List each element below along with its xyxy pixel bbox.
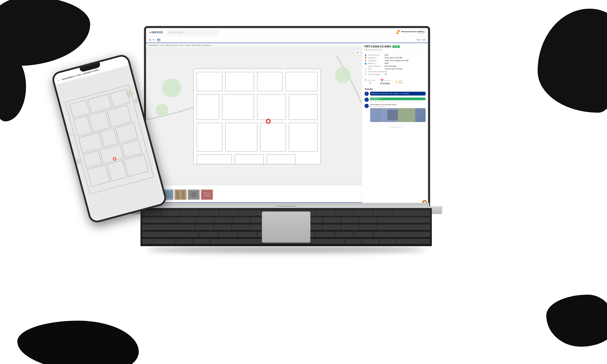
subnav-actions: Back Edit xyxy=(417,39,425,41)
key xyxy=(345,239,362,244)
laptop-trackpad[interactable] xyxy=(262,211,310,243)
date-completed-label: Date Completed xyxy=(368,65,384,67)
key xyxy=(214,218,232,222)
svg-rect-31 xyxy=(257,94,286,120)
svg-rect-63 xyxy=(387,110,398,120)
svg-rect-27 xyxy=(257,72,282,91)
assign-icon: 👥 xyxy=(365,63,367,65)
calendar-icon: 📅 xyxy=(365,57,367,59)
photo-thumb-5[interactable] xyxy=(201,189,213,200)
key xyxy=(341,225,359,230)
key xyxy=(232,218,250,222)
map-zoom-button[interactable]: ⊕ xyxy=(355,50,360,55)
user-info: Mohammad Khan (BOHL) Prof TBT xyxy=(401,30,424,34)
key xyxy=(238,210,257,215)
star-icon: ★ xyxy=(395,80,397,84)
key xyxy=(377,218,430,222)
key xyxy=(200,210,219,215)
initiated-on-value: 09-02-2022 18:20:29M xyxy=(385,57,402,59)
svg-rect-39 xyxy=(267,155,295,164)
svg-point-41 xyxy=(156,104,168,117)
date-completed-value: Not Completed xyxy=(385,65,396,67)
timeline-content-3: EGAN PRICE (CAPLAN AND GOLD) 09-01-2022 … xyxy=(370,104,426,122)
check-icon: ✓ xyxy=(365,65,367,67)
key xyxy=(377,225,430,230)
timeline-section: Timeline B 09/02/2022 15:00:33PM: From J… xyxy=(362,87,428,125)
timeline-item-1: B 09/02/2022 15:00:33PM: From Junction..… xyxy=(365,92,426,96)
key xyxy=(316,232,334,237)
splatter-5 xyxy=(546,295,607,347)
calendar-due-icon: 📅 xyxy=(380,79,384,82)
person-icon: 👤 xyxy=(365,54,367,56)
field-initiated-on: 📅 Initiated on 09-02-2022 18:20:29M xyxy=(365,57,426,59)
photo-thumb-3[interactable] xyxy=(174,189,187,200)
svg-rect-29 xyxy=(197,94,219,120)
stat-divider-1 xyxy=(378,79,378,84)
notification-icon[interactable]: 🔔 2 xyxy=(395,30,399,35)
grid-icon[interactable]: ⊞ xyxy=(153,39,154,41)
search-bar[interactable]: 🔍 Global Search xyxy=(167,30,219,35)
timeline-content-1: 09/02/2022 15:00:33PM: From Junction... … xyxy=(370,92,426,96)
design-change-value: No xyxy=(385,74,387,75)
map-container[interactable]: + - ⊕ xyxy=(146,48,362,185)
key xyxy=(354,232,373,237)
photos-label: Photos by Inspector xyxy=(148,187,360,188)
edit-button[interactable]: Edit xyxy=(422,39,425,41)
laptop-screen-outer: INAXUS 🔍 Global Search 🔔 2 Mohammad Khan… xyxy=(144,26,430,208)
site-link[interactable]: Site xyxy=(157,38,160,41)
photos-panel: Photos by Inspector xyxy=(146,185,362,202)
svg-rect-35 xyxy=(260,123,286,152)
timeline-avatar-1: B xyxy=(365,92,369,96)
field-date-completed: ✓ Date Completed Not Completed xyxy=(365,65,426,67)
timeline-photo: 💬 xyxy=(370,108,426,122)
due-date-stat: 📅 Due Date 24-02-2022 xyxy=(380,79,390,85)
clock-icon: ⏰ xyxy=(365,79,367,81)
current-owner-value: Basil xyxy=(385,54,388,56)
key xyxy=(142,239,176,244)
timeline-bubble-1: 09/02/2022 15:00:33PM: From Junction... … xyxy=(370,92,426,95)
key xyxy=(142,232,199,237)
field-type: 🏷 Type Process and Procedure xyxy=(365,68,426,70)
field-description: 📝 Description of Machinery xyxy=(365,71,426,73)
app-main: APARTMENT A > FOH > GROUND FLOOR - FOH >… xyxy=(146,43,428,206)
svg-rect-30 xyxy=(222,94,254,120)
key xyxy=(176,239,193,244)
key xyxy=(181,210,199,215)
search-icon: 🔍 xyxy=(168,31,171,33)
stat-divider-2 xyxy=(392,79,393,84)
days-delayed-value: 0 xyxy=(369,81,371,84)
svg-rect-38 xyxy=(235,155,264,164)
logo-text: INAXUS xyxy=(152,31,163,34)
initiated-by-value: Tegan Price (Caplan and Gold) xyxy=(385,60,409,62)
type-value: Process and Procedure xyxy=(385,68,403,70)
status-badge: OPEN xyxy=(393,45,400,48)
key xyxy=(316,210,334,215)
app-subnav: 🏠 ⊞ Site Back Edit xyxy=(146,37,428,43)
detail-id: PRT-CAAN-CX-0094 xyxy=(365,45,391,48)
svg-rect-33 xyxy=(197,123,222,152)
timeline-time-3: 09-01-2022 22:20:00PM xyxy=(370,106,426,107)
app-logo: INAXUS xyxy=(149,31,163,34)
phone-back-icon[interactable]: ← xyxy=(57,78,61,82)
key xyxy=(196,218,214,222)
timeline-content-2: ASSIGNED TO 04-01-2022 13:20:00PM xyxy=(370,98,426,102)
key xyxy=(393,210,430,215)
home-icon[interactable]: 🏠 xyxy=(149,39,151,41)
timeline-avatar-2: BC xyxy=(365,98,369,102)
field-assign-to: 👥 Assign to Basil xyxy=(365,62,426,65)
photo-thumb-4[interactable] xyxy=(188,189,200,200)
laptop-device: INAXUS 🔍 Global Search 🔔 2 Mohammad Khan… xyxy=(130,26,442,251)
due-date-value: 24-02-2022 xyxy=(380,82,390,85)
svg-point-40 xyxy=(162,78,181,97)
svg-point-44 xyxy=(267,120,270,123)
priority-label: Priority xyxy=(398,80,402,81)
key xyxy=(142,210,161,215)
back-button[interactable]: Back xyxy=(417,39,421,41)
days-delayed-label: Days Delayed xyxy=(367,79,376,81)
current-owner-label: Current Owner xyxy=(368,54,384,56)
user-name: Mohammad Khan (BOHL) xyxy=(401,30,424,33)
scene: ← APARTMENT A > FOH > GROUND FLOOR... xyxy=(69,17,520,347)
key xyxy=(178,218,196,222)
svg-rect-59 xyxy=(203,192,210,197)
key xyxy=(142,225,195,230)
